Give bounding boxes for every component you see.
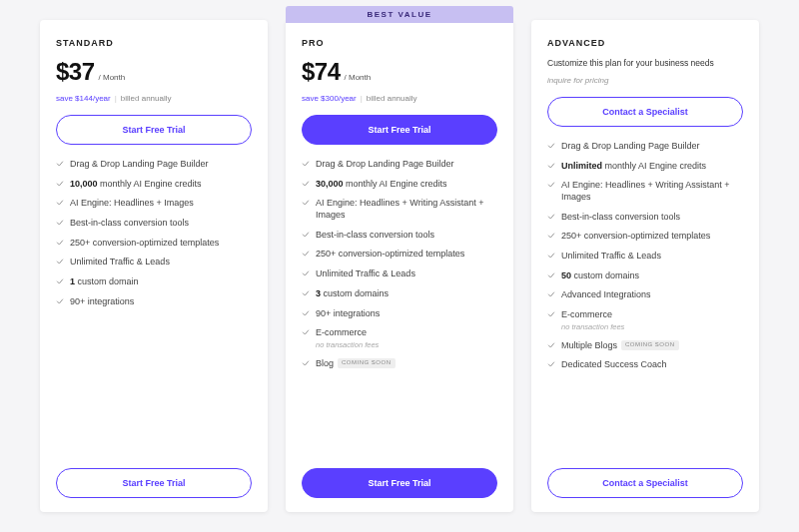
check-icon bbox=[547, 290, 555, 298]
feature-subtext: no transaction fees bbox=[561, 322, 743, 332]
check-icon bbox=[302, 160, 310, 168]
feature-item: AI Engine: Headlines + Writing Assistant… bbox=[547, 180, 743, 203]
price-row: $37/ Month bbox=[56, 58, 252, 86]
feature-item: Unlimited Traffic & Leads bbox=[547, 251, 743, 263]
feature-text: Best-in-class conversion tools bbox=[316, 230, 497, 242]
feature-text: Drag & Drop Landing Page Builder bbox=[316, 159, 497, 171]
feature-item: 250+ conversion-optimized templates bbox=[302, 249, 497, 261]
pricing-card-pro: BEST VALUEPRO$74/ Monthsave $300/year|bi… bbox=[286, 20, 513, 512]
feature-item: 50 custom domains bbox=[547, 270, 743, 282]
feature-text: 50 custom domains bbox=[561, 270, 743, 282]
plan-description: Customize this plan for your business ne… bbox=[547, 58, 743, 70]
check-icon bbox=[302, 199, 310, 207]
check-icon bbox=[302, 289, 310, 297]
feature-item: Drag & Drop Landing Page Builder bbox=[302, 159, 497, 171]
savings: save $144/year bbox=[56, 94, 111, 103]
feature-item: BlogCOMING SOON bbox=[302, 358, 497, 370]
feature-list: Drag & Drop Landing Page Builder30,000 m… bbox=[302, 159, 497, 468]
feature-item: Unlimited monthly AI Engine credits bbox=[547, 161, 743, 173]
feature-item: 10,000 monthly AI Engine credits bbox=[56, 179, 252, 191]
feature-item: 250+ conversion-optimized templates bbox=[547, 231, 743, 243]
feature-item: Drag & Drop Landing Page Builder bbox=[56, 159, 252, 171]
savings: save $300/year bbox=[302, 94, 357, 103]
pricing-card-advanced: ADVANCEDCustomize this plan for your bus… bbox=[531, 20, 759, 512]
price-row: $74/ Month bbox=[302, 58, 497, 86]
check-icon bbox=[302, 250, 310, 258]
price-period: / Month bbox=[345, 73, 372, 82]
feature-item: 3 custom domains bbox=[302, 288, 497, 300]
cta-button-top[interactable]: Contact a Specialist bbox=[547, 97, 743, 127]
best-value-badge: BEST VALUE bbox=[286, 6, 513, 23]
feature-item: Drag & Drop Landing Page Builder bbox=[547, 141, 743, 153]
feature-text: BlogCOMING SOON bbox=[316, 358, 497, 370]
check-icon bbox=[302, 309, 310, 317]
cta-button-bottom[interactable]: Start Free Trial bbox=[56, 468, 252, 498]
feature-item: AI Engine: Headlines + Writing Assistant… bbox=[302, 198, 497, 221]
feature-item: 30,000 monthly AI Engine credits bbox=[302, 179, 497, 191]
feature-item: 90+ integrations bbox=[56, 296, 252, 308]
feature-text: Dedicated Success Coach bbox=[561, 359, 743, 371]
feature-text: Unlimited Traffic & Leads bbox=[316, 268, 497, 280]
price-subline: save $300/year|billed annually bbox=[302, 94, 497, 103]
feature-item: Unlimited Traffic & Leads bbox=[302, 268, 497, 280]
feature-text: Multiple BlogsCOMING SOON bbox=[561, 340, 743, 352]
feature-item: Best-in-class conversion tools bbox=[56, 218, 252, 230]
feature-item: Best-in-class conversion tools bbox=[302, 230, 497, 242]
check-icon bbox=[547, 252, 555, 260]
check-icon bbox=[547, 271, 555, 279]
feature-text: AI Engine: Headlines + Writing Assistant… bbox=[561, 180, 743, 203]
feature-text: 250+ conversion-optimized templates bbox=[70, 238, 252, 250]
price-subline: save $144/year|billed annually bbox=[56, 94, 252, 103]
feature-subtext: no transaction fees bbox=[316, 340, 497, 350]
feature-text: Drag & Drop Landing Page Builder bbox=[70, 159, 252, 171]
feature-text: 250+ conversion-optimized templates bbox=[561, 231, 743, 243]
feature-text: AI Engine: Headlines + Images bbox=[70, 198, 252, 210]
feature-text: Unlimited Traffic & Leads bbox=[561, 251, 743, 263]
feature-item: 250+ conversion-optimized templates bbox=[56, 238, 252, 250]
tier-name: STANDARD bbox=[56, 38, 252, 48]
tier-name: ADVANCED bbox=[547, 38, 743, 48]
price: $74 bbox=[302, 58, 341, 86]
check-icon bbox=[56, 180, 64, 188]
check-icon bbox=[56, 258, 64, 266]
check-icon bbox=[547, 232, 555, 240]
check-icon bbox=[302, 180, 310, 188]
feature-item: AI Engine: Headlines + Images bbox=[56, 198, 252, 210]
check-icon bbox=[302, 231, 310, 239]
billing-note: billed annually bbox=[121, 94, 172, 103]
check-icon bbox=[547, 213, 555, 221]
billing-note: billed annually bbox=[367, 94, 417, 103]
feature-text: E-commerceno transaction fees bbox=[561, 309, 743, 331]
check-icon bbox=[56, 297, 64, 305]
check-icon bbox=[56, 199, 64, 207]
feature-text: Unlimited Traffic & Leads bbox=[70, 257, 252, 268]
feature-text: Best-in-class conversion tools bbox=[70, 218, 252, 230]
check-icon bbox=[56, 160, 64, 168]
check-icon bbox=[302, 269, 310, 277]
feature-text: E-commerceno transaction fees bbox=[316, 327, 497, 349]
cta-button-bottom[interactable]: Contact a Specialist bbox=[547, 468, 743, 498]
coming-soon-badge: COMING SOON bbox=[338, 358, 396, 368]
check-icon bbox=[547, 360, 555, 368]
feature-item: Dedicated Success Coach bbox=[547, 359, 743, 371]
check-icon bbox=[302, 359, 310, 367]
feature-item: Best-in-class conversion tools bbox=[547, 212, 743, 224]
feature-text: Drag & Drop Landing Page Builder bbox=[561, 141, 743, 153]
feature-text: Best-in-class conversion tools bbox=[561, 212, 743, 224]
cta-button-top[interactable]: Start Free Trial bbox=[302, 115, 497, 145]
feature-item: Advanced Integrations bbox=[547, 289, 743, 301]
cta-button-bottom[interactable]: Start Free Trial bbox=[302, 468, 497, 498]
check-icon bbox=[302, 328, 310, 336]
price-period: / Month bbox=[99, 73, 126, 82]
price: $37 bbox=[56, 58, 95, 86]
coming-soon-badge: COMING SOON bbox=[621, 340, 679, 350]
tier-name: PRO bbox=[302, 38, 497, 48]
cta-button-top[interactable]: Start Free Trial bbox=[56, 115, 252, 145]
feature-item: 90+ integrations bbox=[302, 308, 497, 320]
feature-item: E-commerceno transaction fees bbox=[547, 309, 743, 331]
feature-text: 30,000 monthly AI Engine credits bbox=[316, 179, 497, 191]
check-icon bbox=[547, 162, 555, 170]
check-icon bbox=[56, 277, 64, 285]
inquire-pricing: inquire for pricing bbox=[547, 76, 743, 85]
feature-text: 90+ integrations bbox=[316, 308, 497, 320]
